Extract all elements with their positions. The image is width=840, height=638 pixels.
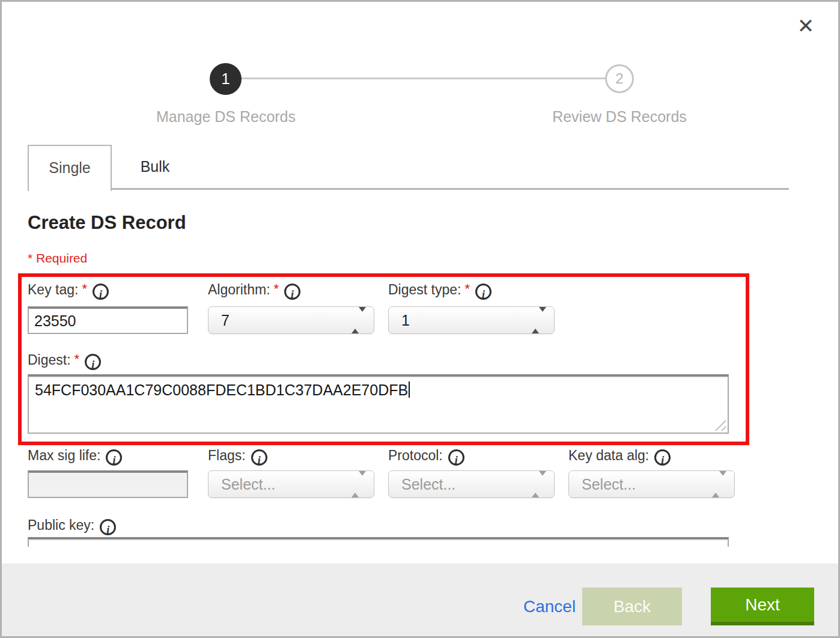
flags-select-value: Select... — [221, 476, 275, 493]
page-title: Create DS Record — [28, 212, 186, 234]
digest-type-select[interactable]: 1 — [388, 306, 555, 334]
public-key-label: Public key: — [28, 517, 116, 535]
digest-type-label: Digest type:* — [388, 282, 492, 300]
algorithm-label-text: Algorithm: — [208, 282, 270, 297]
flags-label: Flags: — [208, 448, 267, 466]
key-tag-input[interactable]: 23550 — [28, 306, 188, 334]
required-asterisk: * — [464, 281, 470, 296]
max-sig-life-label: Max sig life: — [28, 448, 122, 466]
select-spinner-icon — [352, 471, 366, 497]
info-icon[interactable] — [251, 449, 267, 466]
protocol-select[interactable]: Select... — [388, 470, 555, 498]
resize-handle[interactable] — [714, 419, 726, 431]
key-tag-label-text: Key tag: — [28, 282, 78, 297]
required-note: * Required — [28, 251, 87, 266]
digest-type-label-text: Digest type: — [388, 282, 461, 297]
step-2-circle: 2 — [605, 64, 634, 93]
select-spinner-icon — [352, 307, 366, 333]
digest-type-select-value: 1 — [401, 312, 410, 329]
public-key-textarea[interactable] — [28, 537, 729, 547]
back-button[interactable]: Back — [582, 588, 682, 625]
select-spinner-icon — [712, 471, 726, 497]
flags-label-text: Flags: — [208, 448, 246, 463]
protocol-label-text: Protocol: — [388, 448, 443, 463]
info-icon[interactable] — [106, 449, 122, 466]
info-icon[interactable] — [475, 284, 492, 300]
info-icon[interactable] — [284, 284, 300, 300]
algorithm-label: Algorithm:* — [208, 282, 300, 300]
step-1-label: Manage DS Records — [130, 108, 322, 126]
digest-label: Digest:* — [28, 352, 101, 370]
protocol-label: Protocol: — [388, 448, 464, 466]
key-data-alg-label: Key data alg: — [568, 448, 671, 466]
digest-textarea-value: 54FCF030AA1C79C0088FDEC1BD1C37DAA2E70DFB — [35, 381, 408, 398]
step-1-circle: 1 — [210, 63, 242, 95]
key-data-alg-select[interactable]: Select... — [568, 470, 735, 498]
cancel-button[interactable]: Cancel — [523, 588, 576, 625]
key-data-alg-select-value: Select... — [582, 476, 636, 493]
digest-textarea[interactable]: 54FCF030AA1C79C0088FDEC1BD1C37DAA2E70DFB — [28, 374, 729, 434]
key-tag-label: Key tag:* — [28, 282, 109, 300]
algorithm-select-value: 7 — [221, 312, 230, 329]
info-icon[interactable] — [448, 449, 464, 466]
flags-select[interactable]: Select... — [208, 470, 374, 498]
max-sig-life-input[interactable] — [28, 470, 188, 498]
required-asterisk: * — [82, 281, 87, 296]
select-spinner-icon — [532, 307, 546, 333]
info-icon[interactable] — [85, 354, 101, 370]
close-icon[interactable]: ✕ — [791, 11, 820, 40]
key-data-alg-label-text: Key data alg: — [568, 448, 649, 463]
max-sig-life-label-text: Max sig life: — [28, 448, 100, 463]
text-cursor — [409, 381, 410, 398]
create-ds-record-modal: ✕ 1 2 Manage DS Records Review DS Record… — [0, 0, 840, 638]
algorithm-select[interactable]: 7 — [208, 306, 374, 334]
modal-footer: Cancel Back Next — [2, 564, 838, 636]
tab-bulk[interactable]: Bulk — [113, 145, 197, 189]
stepper-connector-line — [240, 77, 607, 79]
protocol-select-value: Select... — [401, 476, 455, 493]
info-icon[interactable] — [93, 284, 109, 300]
required-asterisk: * — [274, 281, 279, 296]
digest-label-text: Digest: — [28, 352, 71, 368]
select-spinner-icon — [532, 471, 546, 497]
step-2-label: Review DS Records — [523, 108, 716, 126]
info-icon[interactable] — [100, 519, 116, 535]
public-key-textarea-clip — [28, 537, 729, 547]
public-key-label-text: Public key: — [28, 517, 94, 533]
tab-single[interactable]: Single — [28, 145, 112, 191]
next-button[interactable]: Next — [711, 588, 814, 625]
info-icon[interactable] — [654, 449, 671, 466]
required-asterisk: * — [75, 351, 80, 366]
